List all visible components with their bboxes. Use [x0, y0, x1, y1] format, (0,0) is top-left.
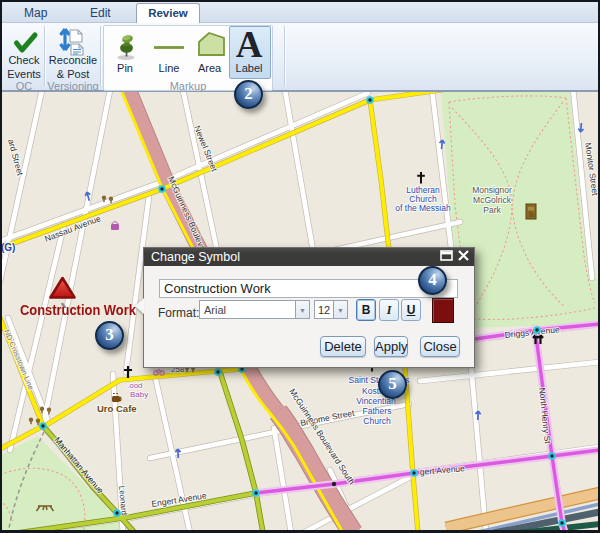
svg-text:Monsignor: Monsignor — [472, 185, 512, 195]
svg-text:Church: Church — [363, 416, 391, 426]
svg-text:Uro Cafe: Uro Cafe — [97, 403, 137, 414]
svg-text:of the Messiah: of the Messiah — [395, 203, 451, 213]
svg-text:(G): (G) — [1, 242, 15, 253]
svg-text:Baby: Baby — [130, 390, 148, 399]
svg-text:.ood: .ood — [127, 381, 143, 390]
svg-text:Park: Park — [483, 205, 501, 215]
svg-text:Fathers: Fathers — [363, 406, 392, 416]
svg-text:McGolrick: McGolrick — [473, 195, 512, 205]
